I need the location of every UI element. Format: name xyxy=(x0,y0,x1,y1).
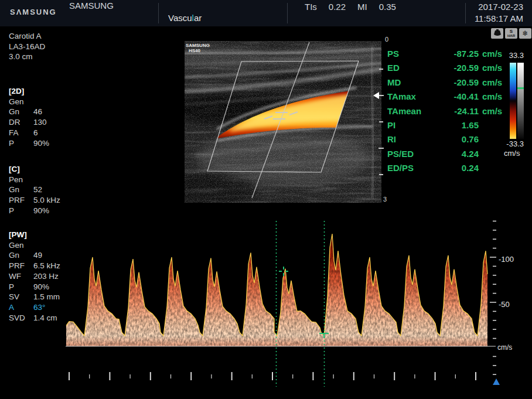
velocity-tick-label: -50 xyxy=(499,300,510,309)
measurement-calipers xyxy=(277,221,500,387)
ultrasound-screen: SΛMSUNG SAMSUNG Vascular TIs 0.22 MI 0.3… xyxy=(0,0,532,399)
velocity-unit-label: cm/s xyxy=(497,343,512,352)
velocity-tick-label: -100 xyxy=(499,255,514,264)
pw-waveform xyxy=(66,220,487,347)
spectral-texture xyxy=(66,220,487,347)
spectral-doppler-display: -100 -50 cm/s xyxy=(0,0,532,399)
sweep-marker-icon[interactable] xyxy=(493,378,500,385)
